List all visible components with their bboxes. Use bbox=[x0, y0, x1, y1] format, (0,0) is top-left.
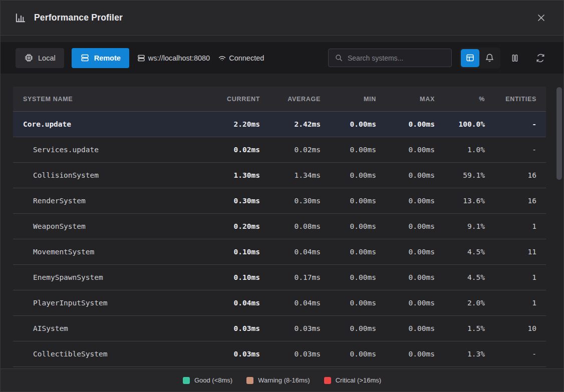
cell-percent: 13.6% bbox=[435, 197, 485, 205]
legend-label-good: Good (<8ms) bbox=[194, 376, 232, 384]
table-body: Core.update2.20ms2.42ms0.00ms0.00ms100.0… bbox=[13, 112, 546, 367]
cell-max: 0.00ms bbox=[376, 197, 435, 205]
connection-status-label: Connected bbox=[229, 54, 264, 62]
legend-label-critical: Critical (>16ms) bbox=[336, 376, 381, 384]
critical-swatch bbox=[324, 377, 331, 384]
cell-current: 0.30ms bbox=[202, 197, 260, 205]
cell-current: 0.20ms bbox=[202, 222, 260, 230]
cell-entities: - bbox=[485, 146, 536, 154]
cell-percent: 2.0% bbox=[435, 299, 485, 307]
cell-current: 0.02ms bbox=[202, 146, 260, 154]
column-header-percent[interactable]: % bbox=[435, 96, 485, 103]
cell-current: 0.03ms bbox=[202, 350, 260, 358]
cell-percent: 59.1% bbox=[435, 171, 485, 179]
column-header-average[interactable]: AVERAGE bbox=[260, 96, 321, 103]
view-toggle-group bbox=[459, 48, 500, 69]
cell-average: 0.04ms bbox=[260, 299, 321, 307]
cell-name: CollisionSystem bbox=[23, 171, 202, 179]
title-bar: Performance Profiler bbox=[1, 1, 563, 36]
local-mode-button[interactable]: Local bbox=[16, 48, 64, 68]
table-row[interactable]: Services.update0.02ms0.02ms0.00ms0.00ms1… bbox=[13, 137, 546, 163]
cell-max: 0.00ms bbox=[376, 222, 435, 230]
alerts-button[interactable] bbox=[480, 49, 499, 67]
cell-average: 0.03ms bbox=[260, 350, 321, 358]
remote-mode-button[interactable]: Remote bbox=[72, 48, 129, 68]
remote-mode-label: Remote bbox=[94, 54, 121, 62]
cell-average: 0.04ms bbox=[260, 248, 321, 256]
cell-entities: 10 bbox=[485, 324, 536, 332]
cell-current: 0.04ms bbox=[202, 299, 260, 307]
vertical-scrollbar-thumb[interactable] bbox=[556, 87, 562, 180]
cell-name: PlayerInputSystem bbox=[23, 299, 202, 307]
connection-url: ws://localhost:8080 bbox=[137, 54, 210, 63]
cell-current: 0.03ms bbox=[202, 324, 260, 332]
bell-icon bbox=[485, 53, 494, 63]
table-row[interactable]: Core.update2.20ms2.42ms0.00ms0.00ms100.0… bbox=[13, 112, 546, 137]
cell-min: 0.00ms bbox=[321, 120, 376, 128]
search-input[interactable] bbox=[348, 54, 445, 62]
cell-current: 0.10ms bbox=[202, 273, 260, 281]
cell-name: AISystem bbox=[23, 324, 202, 332]
cell-min: 0.00ms bbox=[321, 248, 376, 256]
cell-min: 0.00ms bbox=[321, 273, 376, 281]
toolbar: Local Remote ws://localhost:8080 bbox=[1, 42, 563, 74]
table-view-button[interactable] bbox=[461, 49, 479, 67]
cell-percent: 100.0% bbox=[435, 120, 485, 128]
cell-percent: 1.5% bbox=[435, 324, 485, 332]
cell-min: 0.00ms bbox=[321, 146, 376, 154]
cell-min: 0.00ms bbox=[321, 197, 376, 205]
cell-entities: 1 bbox=[485, 299, 536, 307]
column-header-entities[interactable]: ENTITIES bbox=[485, 96, 536, 103]
column-header-system-name[interactable]: SYSTEM NAME bbox=[23, 96, 202, 103]
cell-name: CollectibleSystem bbox=[23, 350, 202, 358]
cell-entities: 16 bbox=[485, 197, 536, 205]
cell-percent: 1.3% bbox=[435, 350, 485, 358]
cell-min: 0.00ms bbox=[321, 324, 376, 332]
cell-max: 0.00ms bbox=[376, 299, 435, 307]
cell-percent: 1.0% bbox=[435, 146, 485, 154]
table-row[interactable]: PlayerInputSystem0.04ms0.04ms0.00ms0.00m… bbox=[13, 290, 546, 316]
bar-chart-icon bbox=[15, 12, 26, 24]
column-header-min[interactable]: MIN bbox=[321, 96, 376, 103]
cell-entities: 1 bbox=[485, 273, 536, 281]
performance-profiler-window: Performance Profiler Local bbox=[0, 0, 564, 392]
legend-item-warning: Warning (8-16ms) bbox=[246, 376, 310, 384]
server-icon bbox=[80, 53, 90, 63]
close-button[interactable] bbox=[533, 11, 548, 26]
toolbar-right bbox=[328, 48, 547, 69]
cell-name: Services.update bbox=[23, 146, 202, 154]
legend-item-good: Good (<8ms) bbox=[183, 376, 232, 384]
cell-entities: - bbox=[485, 120, 536, 128]
cell-max: 0.00ms bbox=[376, 248, 435, 256]
table-row[interactable]: AISystem0.03ms0.03ms0.00ms0.00ms1.5%10 bbox=[13, 316, 546, 341]
table-row[interactable]: WeaponSystem0.20ms0.08ms0.00ms0.00ms9.1%… bbox=[13, 214, 546, 239]
cell-min: 0.00ms bbox=[321, 222, 376, 230]
column-header-max[interactable]: MAX bbox=[376, 96, 435, 103]
legend-item-critical: Critical (>16ms) bbox=[324, 376, 381, 384]
table-row[interactable]: CollectibleSystem0.03ms0.03ms0.00ms0.00m… bbox=[13, 341, 546, 367]
cell-max: 0.00ms bbox=[376, 120, 435, 128]
cell-current: 0.10ms bbox=[202, 248, 260, 256]
table-row[interactable]: EnemySpawnSystem0.10ms0.17ms0.00ms0.00ms… bbox=[13, 265, 546, 290]
table-header-row: SYSTEM NAME CURRENT AVERAGE MIN MAX % EN… bbox=[13, 87, 546, 112]
cell-entities: 11 bbox=[485, 248, 536, 256]
refresh-button[interactable] bbox=[533, 51, 547, 65]
cell-percent: 9.1% bbox=[435, 222, 485, 230]
refresh-icon bbox=[535, 53, 545, 63]
cell-percent: 4.5% bbox=[435, 248, 485, 256]
cell-average: 2.42ms bbox=[260, 120, 321, 128]
cell-entities: 1 bbox=[485, 222, 536, 230]
wifi-icon bbox=[217, 53, 227, 63]
legend: Good (<8ms) Warning (8-16ms) Critical (>… bbox=[1, 368, 563, 391]
search-box bbox=[328, 49, 452, 67]
table-row[interactable]: CollisionSystem1.30ms1.34ms0.00ms0.00ms5… bbox=[13, 163, 546, 188]
column-header-current[interactable]: CURRENT bbox=[202, 96, 260, 103]
cell-average: 0.17ms bbox=[260, 273, 321, 281]
table-row[interactable]: RenderSystem0.30ms0.30ms0.00ms0.00ms13.6… bbox=[13, 188, 546, 214]
pause-button[interactable] bbox=[508, 51, 522, 65]
table-row[interactable]: MovementSystem0.10ms0.04ms0.00ms0.00ms4.… bbox=[13, 239, 546, 265]
cell-current: 1.30ms bbox=[202, 171, 260, 179]
connection-url-label: ws://localhost:8080 bbox=[148, 54, 210, 62]
local-mode-label: Local bbox=[38, 54, 56, 62]
cell-average: 0.08ms bbox=[260, 222, 321, 230]
